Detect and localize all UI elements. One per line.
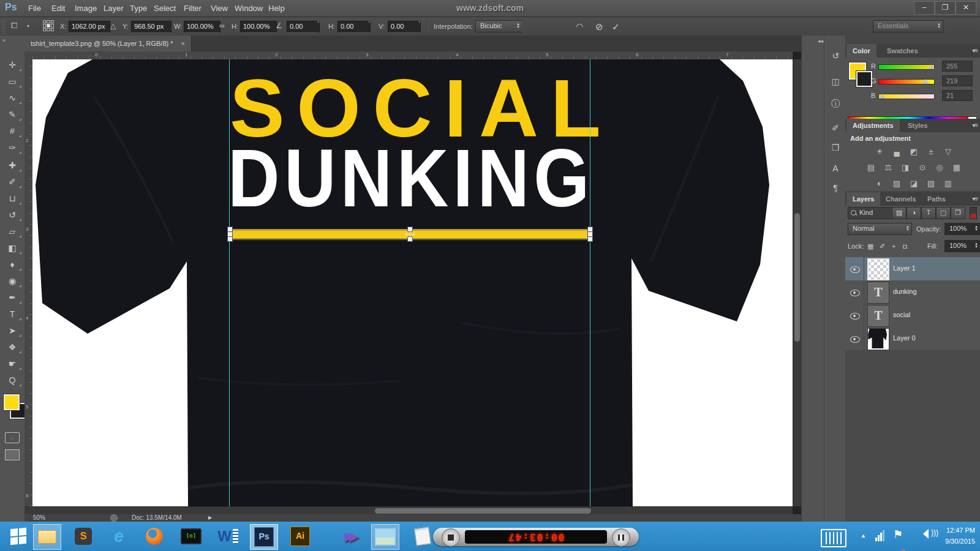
workspace-switcher[interactable]: Essentials ▲▼ — [873, 20, 943, 32]
visibility-cell[interactable] — [845, 280, 864, 304]
vskew-input[interactable]: 0.00 — [388, 21, 421, 33]
lock-pixels-icon[interactable]: ✐ — [880, 242, 885, 250]
green-slider-handle[interactable] — [922, 79, 929, 84]
opacity-field[interactable]: 100% ▲▼ — [944, 223, 980, 235]
layer-row-dunking[interactable]: T dunking — [845, 280, 980, 304]
tab-close-icon[interactable]: × — [181, 40, 185, 47]
screen-mode-icon[interactable] — [5, 449, 20, 460]
height-input[interactable]: 100.00% — [240, 21, 277, 33]
blur-tool[interactable]: ♦ — [2, 257, 23, 272]
firefox-button[interactable] — [141, 524, 168, 549]
levels-icon[interactable]: ▄ — [889, 146, 904, 158]
threshold-icon[interactable]: ◪ — [907, 178, 921, 190]
layer-name[interactable]: Layer 1 — [893, 264, 916, 272]
paragraph-panel-icon[interactable]: ¶ — [827, 180, 843, 196]
eye-icon[interactable] — [850, 336, 860, 343]
tab-color[interactable]: Color — [846, 44, 876, 58]
network-tray-icon[interactable]: ✗ — [875, 530, 884, 551]
expand-panels-icon[interactable]: ◂◂ — [818, 38, 823, 44]
layer-name[interactable]: Layer 0 — [893, 334, 916, 342]
path-selection-tool[interactable]: ➤ — [2, 323, 23, 338]
warp-mode-icon[interactable]: ◠ — [576, 21, 583, 31]
brush-presets-panel-icon[interactable]: ✐ — [827, 120, 843, 136]
color-lookup-icon[interactable]: ▦ — [949, 162, 964, 174]
blue-slider-handle[interactable] — [880, 94, 886, 99]
channel-mixer-icon[interactable]: ◎ — [932, 162, 947, 174]
record-pause-button[interactable] — [612, 528, 630, 547]
eraser-tool[interactable]: ▱ — [2, 224, 23, 239]
image-viewer-button[interactable] — [371, 524, 399, 550]
start-button[interactable] — [5, 524, 32, 549]
info-panel-icon[interactable]: ⓘ — [827, 96, 843, 111]
layer-row-layer1[interactable]: Layer 1 — [845, 257, 980, 281]
lock-all-icon[interactable]: ◘ — [903, 242, 907, 250]
blue-slider[interactable] — [878, 94, 935, 99]
internet-explorer-button[interactable]: e — [105, 524, 132, 549]
green-value-field[interactable]: 219 — [942, 75, 973, 86]
commit-transform-icon[interactable]: ✓ — [612, 21, 620, 32]
filter-shape-icon[interactable]: ▢ — [936, 207, 951, 219]
photoshop-button[interactable]: Ps — [250, 524, 278, 550]
black-white-icon[interactable]: ◨ — [898, 162, 913, 174]
sublime-text-button[interactable]: S — [70, 524, 97, 549]
action-center-tray-icon[interactable]: ⚑✗ — [893, 528, 903, 551]
vibrance-icon[interactable]: ▽ — [941, 146, 956, 158]
panel-menu-icon[interactable]: ▾≡ — [972, 195, 978, 202]
close-button[interactable]: ✕ — [956, 1, 976, 15]
x-input[interactable]: 1062.00 px — [69, 21, 110, 33]
file-explorer-button[interactable] — [33, 524, 61, 550]
layer0-thumbnail[interactable] — [867, 328, 889, 350]
word-button[interactable]: W — [214, 524, 241, 549]
text-layer-icon[interactable]: T — [867, 305, 889, 327]
brush-tool[interactable]: ✐ — [2, 174, 23, 189]
horizontal-scroll-thumb[interactable] — [375, 508, 591, 514]
restore-button[interactable]: ❐ — [935, 1, 956, 15]
lasso-tool[interactable]: ∿ — [2, 91, 23, 105]
kmplayer-button[interactable]: ▶▶ — [336, 524, 363, 549]
document-canvas[interactable]: SOCIAL DUNKING — [32, 59, 793, 506]
system-clock[interactable]: 12:47 PM 9/30/2015 — [945, 525, 975, 551]
width-input[interactable]: 100.00% — [184, 21, 221, 33]
brightness-contrast-icon[interactable]: ☀ — [872, 146, 887, 158]
quick-selection-tool[interactable]: ✎ — [2, 107, 23, 122]
lock-transparency-icon[interactable]: ▦ — [867, 242, 873, 250]
properties-panel-icon[interactable]: ◫ — [827, 73, 843, 89]
layer-name[interactable]: dunking — [893, 288, 917, 295]
cancel-transform-icon[interactable]: ⊘ — [595, 21, 603, 32]
interpolation-select[interactable]: Bicubic ▲▼ — [475, 20, 522, 32]
color-balance-icon[interactable]: ⚖ — [881, 162, 895, 174]
horizontal-scrollbar[interactable] — [24, 506, 793, 515]
document-tab[interactable]: tshirt_template3.png @ 50% (Layer 1, RGB… — [24, 36, 192, 51]
layer-name[interactable]: social — [893, 311, 910, 318]
tab-channels[interactable]: Channels — [880, 192, 922, 206]
pen-tool[interactable]: ✒ — [2, 290, 23, 305]
red-slider[interactable] — [878, 64, 935, 70]
visibility-cell[interactable] — [845, 304, 864, 327]
filter-pixel-icon[interactable]: ▨ — [892, 207, 907, 219]
transform-handle-bottom-right[interactable] — [587, 236, 593, 242]
type-tool[interactable]: T — [2, 307, 23, 321]
lock-position-icon[interactable]: + — [892, 242, 895, 250]
selective-color-icon[interactable]: ▥ — [941, 178, 956, 190]
show-hidden-icons[interactable]: ▲ — [861, 533, 866, 551]
posterize-icon[interactable]: ▨ — [889, 178, 904, 190]
exposure-icon[interactable]: ± — [924, 146, 938, 158]
foreground-color-swatch[interactable] — [4, 394, 20, 410]
invert-icon[interactable]: ◐ — [872, 178, 887, 190]
tool-preset-arrow-icon[interactable]: ▾ — [27, 23, 29, 29]
panel-menu-icon[interactable]: ▾≡ — [972, 47, 978, 54]
relative-position-icon[interactable]: △ — [110, 21, 116, 30]
illustrator-button[interactable]: Ai — [287, 524, 314, 549]
tab-layers[interactable]: Layers — [846, 192, 880, 206]
character-panel-icon[interactable]: A — [827, 160, 843, 176]
layer-row-social[interactable]: T social — [845, 304, 980, 328]
panel-menu-icon[interactable]: ▾≡ — [972, 122, 978, 129]
text-layer-icon[interactable]: T — [867, 282, 889, 304]
zoom-level-field[interactable]: 50% — [33, 514, 45, 522]
vertical-scrollbar[interactable] — [793, 59, 802, 506]
dodge-tool[interactable]: ◉ — [2, 274, 23, 288]
collapse-tools-icon[interactable]: » — [2, 37, 5, 43]
custom-shape-tool[interactable]: ❖ — [2, 340, 23, 354]
layer-filter-toggle[interactable] — [970, 207, 977, 219]
hand-tool[interactable]: ☛ — [2, 356, 23, 371]
